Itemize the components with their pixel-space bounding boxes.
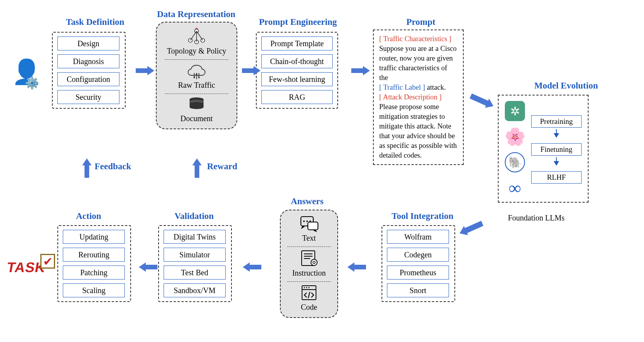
divider bbox=[165, 59, 228, 60]
svg-rect-20 bbox=[308, 222, 318, 230]
svg-point-31 bbox=[309, 287, 310, 288]
label-document: Document bbox=[180, 114, 212, 123]
topology-icon bbox=[186, 27, 207, 45]
code-icon bbox=[300, 283, 318, 301]
svg-marker-11 bbox=[198, 77, 200, 78]
panel-prompt: [ Traffic Characteristics ] Suppose you … bbox=[373, 30, 464, 165]
arrow-right-icon bbox=[363, 66, 370, 75]
item-wolfram: Wolfram bbox=[387, 230, 449, 244]
item-few-shot: Few-shot learning bbox=[261, 72, 333, 86]
heading-data-representation: Data Representation bbox=[157, 9, 235, 19]
step-pretraining: Pretraining bbox=[531, 115, 582, 128]
item-digital-twins: Digital Twins bbox=[164, 230, 226, 244]
arrow-down-icon bbox=[554, 133, 559, 138]
item-design: Design bbox=[57, 36, 119, 50]
arrow-left-icon bbox=[347, 262, 354, 272]
svg-point-25 bbox=[311, 259, 317, 266]
divider bbox=[165, 94, 228, 94]
prompt-l2: Suppose you are at a Cisco router, now y… bbox=[379, 45, 457, 82]
panel-action: Updating Rerouting Patching Scaling bbox=[57, 225, 131, 302]
panel-model-evolution: ✲ 🌸 🐘 ∞ Pretraining Finetuning RLHF bbox=[498, 95, 589, 203]
arrow-right-icon bbox=[254, 66, 261, 75]
item-patching: Patching bbox=[63, 266, 125, 280]
document-icon bbox=[187, 95, 206, 113]
arrow-down-icon bbox=[554, 161, 559, 166]
gear-icon: ⚙️ bbox=[25, 76, 39, 90]
prompt-tl: [ Traffic Label ] bbox=[379, 83, 425, 91]
svg-marker-10 bbox=[193, 77, 195, 78]
caption-foundation-llms: Foundation LLMs bbox=[508, 214, 565, 222]
label-reward: Reward bbox=[207, 161, 237, 172]
arrow-up-icon bbox=[82, 158, 92, 165]
panel-prompt-engineering: Prompt Template Chain-of-thought Few-sho… bbox=[256, 32, 338, 109]
openai-logo-icon: ✲ bbox=[505, 101, 525, 121]
divider bbox=[287, 281, 331, 282]
arrow-up-icon bbox=[192, 158, 202, 165]
step-rlhf: RLHF bbox=[531, 171, 582, 184]
palm-logo-icon: 🌸 bbox=[505, 127, 525, 147]
item-rag: RAG bbox=[261, 90, 333, 104]
item-snort: Snort bbox=[387, 283, 449, 297]
divider bbox=[287, 247, 331, 247]
item-rerouting: Rerouting bbox=[63, 248, 125, 262]
heading-action: Action bbox=[76, 211, 101, 221]
label-instruction: Instruction bbox=[292, 269, 326, 278]
heading-validation: Validation bbox=[174, 211, 214, 221]
text-icon bbox=[299, 215, 319, 232]
heading-answers: Answers bbox=[291, 196, 323, 207]
heading-prompt-engineering: Prompt Engineering bbox=[259, 17, 337, 27]
item-security: Security bbox=[57, 90, 119, 104]
foundation-llms-logos: ✲ 🌸 🐘 ∞ bbox=[505, 101, 525, 198]
label-topology: Topology & Policy bbox=[167, 47, 226, 56]
svg-point-17 bbox=[303, 220, 305, 222]
label-code: Code bbox=[301, 303, 317, 312]
traffic-icon bbox=[186, 61, 207, 79]
svg-point-18 bbox=[306, 220, 308, 222]
prompt-l6: Please propose some mitigation strategie… bbox=[379, 103, 457, 159]
item-scaling: Scaling bbox=[63, 283, 125, 297]
label-feedback: Feedback bbox=[95, 161, 131, 172]
heading-model-evolution: Model Evolution bbox=[534, 81, 598, 91]
panel-task-definition: Design Diagnosis Configuration Security bbox=[52, 32, 126, 109]
heading-prompt: Prompt bbox=[406, 17, 435, 27]
step-finetuning: Finetuning bbox=[531, 143, 582, 156]
svg-point-29 bbox=[304, 287, 305, 288]
item-sandbox-vm: Sandbox/VM bbox=[164, 283, 226, 297]
arrow-left-icon bbox=[139, 262, 146, 272]
label-text: Text bbox=[302, 234, 316, 243]
prompt-tc: [ Traffic Characteristics ] bbox=[379, 35, 451, 43]
meta-logo-icon: ∞ bbox=[505, 178, 525, 198]
elephant-logo-icon: 🐘 bbox=[505, 152, 525, 172]
prompt-ad: [ Attack Description ] bbox=[379, 93, 442, 101]
item-cot: Chain-of-thought bbox=[261, 54, 333, 68]
item-updating: Updating bbox=[63, 230, 125, 244]
item-prompt-template: Prompt Template bbox=[261, 36, 333, 50]
panel-validation: Digital Twins Simulator Test Bed Sandbox… bbox=[158, 225, 232, 302]
prompt-l4: attack. bbox=[425, 83, 445, 91]
arrow-right-icon bbox=[147, 66, 154, 75]
task-check-icon: ✔ bbox=[40, 254, 55, 269]
arrow-diag-icon bbox=[464, 221, 483, 233]
item-prometheus: Prometheus bbox=[387, 266, 449, 280]
instruction-icon bbox=[299, 248, 319, 267]
item-codegen: Codegen bbox=[387, 248, 449, 262]
panel-data-representation: Topology & Policy Raw Traffic Document bbox=[156, 22, 237, 129]
item-diagnosis: Diagnosis bbox=[57, 54, 119, 68]
label-raw-traffic: Raw Traffic bbox=[178, 81, 215, 90]
arrow-diag-icon bbox=[470, 94, 489, 106]
heading-task-definition: Task Definition bbox=[66, 17, 124, 27]
svg-line-5 bbox=[197, 31, 203, 40]
item-configuration: Configuration bbox=[57, 72, 119, 86]
svg-marker-12 bbox=[195, 73, 198, 75]
arrow-left-icon bbox=[243, 262, 250, 272]
heading-tool-integration: Tool Integration bbox=[392, 211, 454, 221]
svg-line-4 bbox=[190, 31, 197, 40]
svg-point-15 bbox=[190, 102, 204, 106]
panel-answers: Text Instruction Code bbox=[280, 210, 338, 318]
svg-point-30 bbox=[306, 287, 307, 288]
item-simulator: Simulator bbox=[164, 248, 226, 262]
item-test-bed: Test Bed bbox=[164, 266, 226, 280]
panel-tool-integration: Wolfram Codegen Prometheus Snort bbox=[382, 225, 455, 302]
